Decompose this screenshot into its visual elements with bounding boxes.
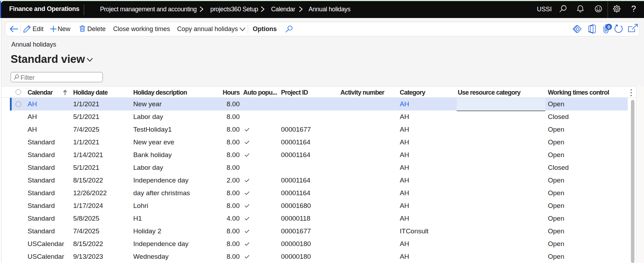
svg-text:0: 0: [608, 24, 610, 30]
